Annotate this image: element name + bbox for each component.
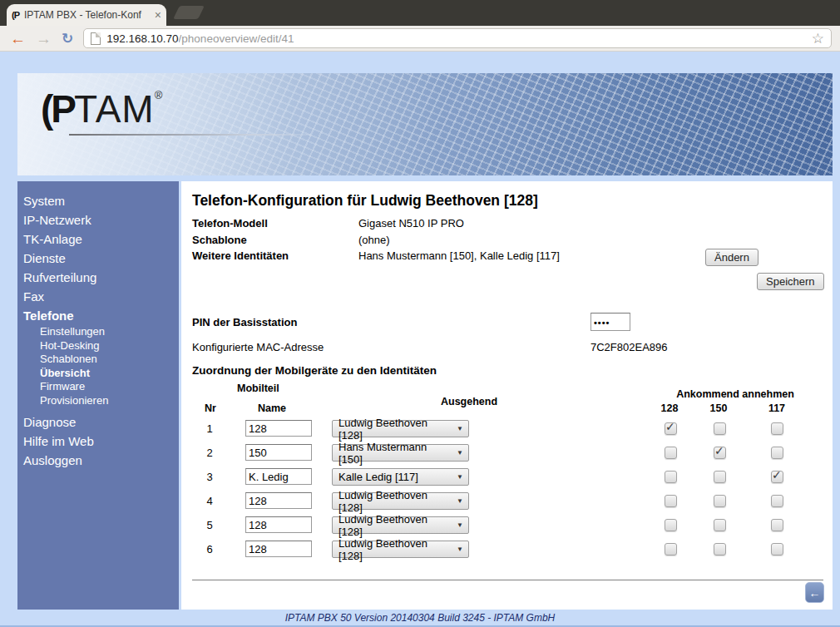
ausgehend-select[interactable]: Kalle Ledig [117] ▼: [332, 468, 469, 486]
sidebar-item-ip-netzwerk[interactable]: IP-Netzwerk: [17, 210, 179, 230]
iptam-logo: (PTAM®: [41, 86, 162, 131]
page-title: Telefon-Konfiguration für Ludwig Beethov…: [192, 192, 538, 210]
sidebar-item-telefone[interactable]: Telefone: [17, 306, 179, 325]
ankommend-checkbox-117[interactable]: [771, 495, 783, 507]
browser-window: (P IPTAM PBX - Telefon-Konf × ← → ↻ 192.…: [0, 0, 840, 627]
sidebar-item-dienste[interactable]: Dienste: [17, 249, 179, 268]
sidebar-item-hilfe-im-web[interactable]: Hilfe im Web: [17, 432, 179, 451]
mobilteil-name-input[interactable]: [245, 492, 312, 509]
sidebar-item-schablonen[interactable]: Schablonen: [17, 353, 179, 367]
sidebar-item-system[interactable]: System: [17, 191, 179, 210]
ankommend-checkbox-150[interactable]: [714, 519, 726, 531]
ausgehend-selected-value: Ludwig Beethoven [128]: [338, 537, 452, 562]
back-button[interactable]: ←: [805, 582, 824, 603]
ankommend-checkbox-117[interactable]: [771, 422, 783, 435]
sidebar-item-ausloggen[interactable]: Ausloggen: [17, 451, 179, 470]
logo-underline: [69, 134, 310, 136]
ankommend-checkbox-128[interactable]: [665, 422, 677, 435]
assignment-table-header: Mobilteil Nr Name Ausgehend Ankommend an…: [181, 383, 833, 420]
tab-title: IPTAM PBX - Telefon-Konf: [24, 9, 151, 21]
ausgehend-select[interactable]: Hans Mustermann [150] ▼: [332, 444, 469, 462]
chevron-down-icon: ▼: [457, 449, 463, 457]
phone-info-list: Telefon-ModellGigaset N510 IP PRO Schabl…: [192, 215, 708, 264]
sidebar-item-fax[interactable]: Fax: [17, 287, 179, 306]
speichern-button[interactable]: Speichern: [757, 273, 824, 290]
divider: [192, 580, 823, 580]
assignment-section-title: Zuordnung der Mobilgeräte zu den Identit…: [192, 364, 437, 377]
ankommend-checkbox-150[interactable]: [714, 447, 726, 459]
browser-forward-icon[interactable]: →: [36, 31, 52, 47]
ankommend-checkbox-150[interactable]: [714, 422, 726, 435]
mobilteil-name-input[interactable]: [245, 468, 312, 485]
aendern-button[interactable]: Ändern: [705, 249, 758, 266]
mobilteil-name-input[interactable]: [245, 516, 312, 533]
chevron-down-icon: ▼: [457, 497, 463, 505]
ankommend-checkbox-117[interactable]: [771, 543, 783, 555]
mobilteil-name-input[interactable]: [245, 541, 312, 557]
header-name: Name: [258, 402, 286, 414]
registered-mark-icon: ®: [155, 89, 163, 101]
ausgehend-select[interactable]: Ludwig Beethoven [128] ▼: [332, 516, 469, 534]
ankommend-checkbox-128[interactable]: [665, 471, 677, 483]
ankommend-checkbox-150[interactable]: [714, 471, 726, 483]
sidebar-item-tk-anlage[interactable]: TK-Anlage: [17, 230, 179, 249]
info-value: Gigaset N510 IP PRO: [358, 217, 464, 230]
row-number: 6: [193, 543, 226, 555]
tab-bar: (P IPTAM PBX - Telefon-Konf ×: [0, 0, 840, 26]
ausgehend-select[interactable]: Ludwig Beethoven [128] ▼: [332, 541, 469, 558]
sidebar-item-firmware[interactable]: Firmware: [17, 380, 179, 394]
ausgehend-select[interactable]: Ludwig Beethoven [128] ▼: [332, 492, 469, 510]
mobilteil-row: 5 Ludwig Beethoven [128] ▼: [181, 516, 833, 541]
url-bar[interactable]: 192.168.10.70/phoneoverview/edit/41 ☆: [83, 28, 832, 48]
browser-tab[interactable]: (P IPTAM PBX - Telefon-Konf ×: [7, 4, 166, 26]
mobilteil-row: 1 Ludwig Beethoven [128] ▼: [181, 420, 833, 444]
info-label: Schablone: [192, 232, 358, 249]
ankommend-checkbox-150[interactable]: [714, 543, 726, 555]
mobilteil-name-input[interactable]: [245, 420, 312, 437]
ankommend-checkbox-128[interactable]: [665, 543, 677, 555]
row-number: 1: [193, 422, 226, 435]
ankommend-checkbox-150[interactable]: [714, 495, 726, 507]
sidebar-item-rufverteilung[interactable]: Rufverteilung: [17, 268, 179, 287]
ausgehend-selected-value: Ludwig Beethoven [128]: [338, 489, 452, 514]
browser-toolbar: ← → ↻ 192.168.10.70/phoneoverview/edit/4…: [0, 26, 840, 52]
sidebar-item-hot-desking[interactable]: Hot-Desking: [17, 339, 179, 353]
mobilteil-name-input[interactable]: [245, 444, 312, 461]
ankommend-checkbox-128[interactable]: [665, 447, 677, 459]
header-banner: (PTAM®: [17, 73, 833, 175]
header-mobilteil: Mobilteil: [237, 383, 279, 394]
tab-close-icon[interactable]: ×: [155, 8, 161, 22]
mobilteil-row: 6 Ludwig Beethoven [128] ▼: [181, 541, 833, 565]
ankommend-checkbox-117[interactable]: [771, 447, 783, 459]
new-tab-button[interactable]: [173, 6, 205, 19]
chevron-down-icon: ▼: [457, 521, 463, 529]
sidebar-item-diagnose[interactable]: Diagnose: [17, 412, 179, 432]
ankommend-checkbox-117[interactable]: [771, 519, 783, 531]
browser-reload-icon[interactable]: ↻: [62, 32, 73, 46]
bookmark-star-icon[interactable]: ☆: [812, 30, 824, 47]
pin-input[interactable]: [590, 313, 630, 331]
url-host: 192.168.10.70: [106, 32, 178, 45]
sidebar-item-bersicht[interactable]: Übersicht: [17, 367, 179, 381]
header-identity-150: 150: [704, 402, 734, 414]
browser-back-icon[interactable]: ←: [10, 31, 26, 47]
chevron-down-icon: ▼: [457, 546, 463, 553]
sidebar-item-einstellungen[interactable]: Einstellungen: [17, 325, 179, 339]
mobilteil-row: 4 Ludwig Beethoven [128] ▼: [181, 492, 833, 516]
info-row: Telefon-ModellGigaset N510 IP PRO: [192, 215, 708, 232]
mac-row: Konfigurierte MAC-Adresse 7C2F802EA896: [192, 341, 824, 353]
ausgehend-select[interactable]: Ludwig Beethoven [128] ▼: [332, 420, 469, 437]
pin-row: PIN der Basisstation: [192, 316, 824, 328]
mobilteil-row: 2 Hans Mustermann [150] ▼: [181, 444, 833, 468]
ankommend-checkbox-128[interactable]: [665, 495, 677, 507]
logo-mark: (P: [41, 87, 74, 131]
info-value: Hans Mustermann [150], Kalle Ledig [117]: [358, 249, 560, 262]
favicon-iptam-icon: (P: [12, 10, 19, 20]
chevron-down-icon: ▼: [457, 425, 463, 432]
pin-label: PIN der Basisstation: [192, 316, 297, 328]
sidebar-item-provisionieren[interactable]: Provisionieren: [17, 394, 179, 408]
ankommend-checkbox-128[interactable]: [665, 519, 677, 531]
ankommend-checkbox-117[interactable]: [771, 471, 783, 483]
assignment-table-rows: 1 Ludwig Beethoven [128] ▼ 2: [181, 420, 833, 565]
ausgehend-selected-value: Ludwig Beethoven [128]: [338, 417, 452, 442]
